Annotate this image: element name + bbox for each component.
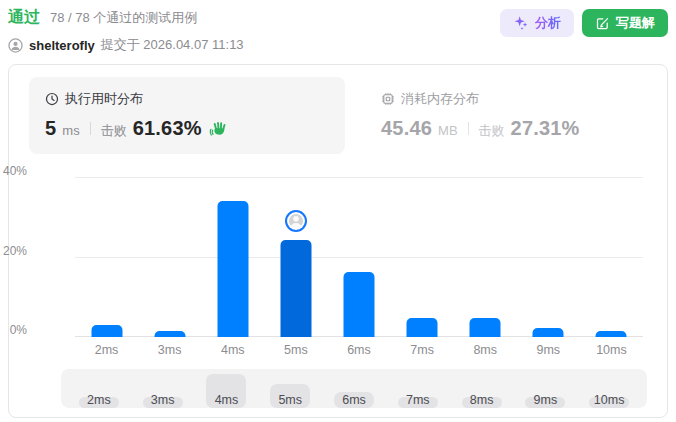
chart-brush[interactable]: 2ms3ms4ms5ms6ms7ms8ms9ms10ms [61,369,647,408]
stats-row: 执行用时分布 5 ms 击败 61.63% [21,77,655,154]
memory-unit: MB [438,123,458,138]
user-result-marker[interactable] [285,210,307,232]
analyze-button-label: 分析 [535,14,561,32]
brush-label-4ms: 4ms [195,393,259,407]
submission-header: 通过 78 / 78 个通过的测试用例 shelterofly 提交于 2026… [0,0,676,54]
plot-area [75,164,643,337]
clock-icon [45,92,59,106]
runtime-unit: ms [62,123,79,138]
memory-stat-tab[interactable]: 消耗内存分布 45.46 MB 击败 27.31% [365,77,655,154]
submission-summary: 通过 78 / 78 个通过的测试用例 shelterofly 提交于 2026… [8,7,244,54]
bar-slot-10ms [580,164,643,337]
brush-label-6ms: 6ms [322,393,386,407]
brush-label-5ms: 5ms [258,393,322,407]
xtick-5ms: 5ms [264,343,327,357]
brush-slot-10ms[interactable]: 10ms [577,369,641,408]
ytick-20: 20% [3,244,27,258]
bar-slot-7ms [391,164,454,337]
bar-9ms[interactable] [533,328,564,337]
write-solution-button[interactable]: 写题解 [582,9,668,37]
bar-slot-2ms [75,164,138,337]
runtime-distribution-chart: 40% 20% 0% [21,164,655,337]
submitted-at: 提交于 2026.04.07 11:13 [101,36,244,54]
chip-icon [381,92,395,106]
xtick-3ms: 3ms [138,343,201,357]
testcases-passed: 78 / 78 个通过的测试用例 [50,9,197,27]
memory-title: 消耗内存分布 [401,90,479,108]
bar-10ms[interactable] [596,331,627,337]
submission-result-page: 通过 78 / 78 个通过的测试用例 shelterofly 提交于 2026… [0,0,676,422]
bar-4ms[interactable] [217,201,248,337]
brush-slot-7ms[interactable]: 7ms [386,369,450,408]
header-actions: 分析 写题解 [500,9,668,37]
memory-beats-label: 击败 [479,122,505,140]
brush-label-10ms: 10ms [577,393,641,407]
xtick-7ms: 7ms [391,343,454,357]
edit-icon [595,16,610,31]
bar-slot-4ms [201,164,264,337]
runtime-beats-label: 击败 [101,122,127,140]
bar-3ms[interactable] [154,331,185,337]
brush-slot-4ms[interactable]: 4ms [195,369,259,408]
divider [90,122,91,135]
distribution-card: 执行用时分布 5 ms 击败 61.63% [8,64,668,418]
brush-slot-6ms[interactable]: 6ms [322,369,386,408]
brush-slot-2ms[interactable]: 2ms [67,369,131,408]
brush-label-8ms: 8ms [450,393,514,407]
bar-slot-5ms [264,164,327,337]
xtick-8ms: 8ms [454,343,517,357]
analyze-button[interactable]: 分析 [500,9,574,37]
wave-hand-icon [209,119,228,138]
bar-slot-6ms [327,164,390,337]
sparkles-icon [513,15,529,31]
xtick-9ms: 9ms [517,343,580,357]
bar-2ms[interactable] [91,325,122,337]
bar-slot-8ms [454,164,517,337]
username[interactable]: shelterofly [29,38,95,53]
brush-label-9ms: 9ms [513,393,577,407]
runtime-title: 执行用时分布 [65,90,143,108]
runtime-beats-value: 61.63% [133,117,202,140]
xtick-10ms: 10ms [580,343,643,357]
bar-slot-9ms [517,164,580,337]
status-accepted: 通过 [8,7,40,28]
bar-slot-3ms [138,164,201,337]
x-axis-labels: 2ms3ms4ms5ms6ms7ms8ms9ms10ms [75,343,643,357]
bar-8ms[interactable] [470,318,501,337]
brush-label-2ms: 2ms [67,393,131,407]
write-solution-button-label: 写题解 [616,14,655,32]
runtime-value: 5 [45,117,56,140]
user-avatar-icon [8,38,23,53]
runtime-stat-tab[interactable]: 执行用时分布 5 ms 击败 61.63% [29,77,345,154]
xtick-4ms: 4ms [201,343,264,357]
brush-label-3ms: 3ms [131,393,195,407]
brush-slot-3ms[interactable]: 3ms [131,369,195,408]
brush-slot-5ms[interactable]: 5ms [258,369,322,408]
memory-beats-value: 27.31% [511,117,580,140]
xtick-2ms: 2ms [75,343,138,357]
brush-slot-9ms[interactable]: 9ms [513,369,577,408]
ytick-0: 0% [10,323,27,337]
divider [468,122,469,135]
bar-7ms[interactable] [407,318,438,337]
bar-5ms[interactable] [280,240,311,337]
brush-slot-8ms[interactable]: 8ms [450,369,514,408]
bar-6ms[interactable] [343,272,374,337]
brush-label-7ms: 7ms [386,393,450,407]
xtick-6ms: 6ms [327,343,390,357]
memory-value: 45.46 [381,117,432,140]
ytick-40: 40% [3,164,27,178]
